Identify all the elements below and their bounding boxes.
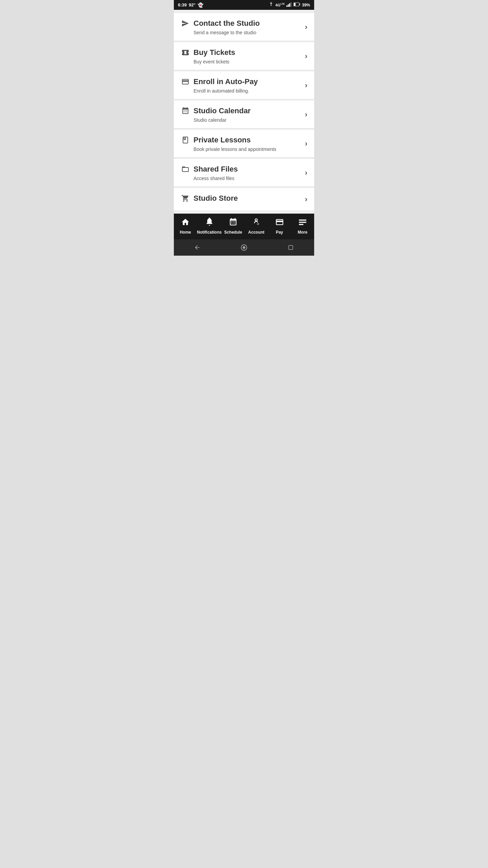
nav-more[interactable]: More bbox=[291, 216, 314, 236]
shared-files-subtitle: Access shared files bbox=[181, 176, 305, 181]
notifications-icon bbox=[205, 218, 214, 229]
recents-button[interactable] bbox=[286, 243, 296, 252]
account-icon bbox=[252, 218, 261, 229]
battery-percent: 39% bbox=[302, 3, 310, 7]
studio-store-title: Studio Store bbox=[181, 194, 305, 203]
wifi-icon bbox=[268, 2, 274, 8]
buy-tickets-subtitle: Buy event tickets bbox=[181, 59, 305, 64]
chevron-icon: › bbox=[305, 23, 307, 32]
svg-rect-5 bbox=[299, 4, 300, 5]
contact-studio-title: Contact the Studio bbox=[181, 19, 305, 28]
network-icon: 4GLTE bbox=[276, 3, 285, 7]
pay-icon bbox=[275, 218, 284, 229]
status-left: 6:39 92° 👻 bbox=[178, 2, 203, 8]
svg-rect-6 bbox=[294, 3, 296, 6]
studio-store-content: Studio Store bbox=[181, 194, 305, 205]
nav-notifications[interactable]: Notifications bbox=[197, 216, 222, 236]
svg-rect-8 bbox=[277, 222, 279, 223]
battery-icon bbox=[293, 2, 300, 7]
chevron-icon: › bbox=[305, 139, 307, 148]
studio-store-item[interactable]: Studio Store › bbox=[174, 188, 314, 210]
calendar-item[interactable]: Studio Calendar Studio calendar › bbox=[174, 100, 314, 129]
svg-rect-9 bbox=[299, 219, 306, 220]
chevron-icon: › bbox=[305, 52, 307, 61]
chevron-icon: › bbox=[305, 169, 307, 177]
schedule-label: Schedule bbox=[224, 230, 242, 235]
svg-rect-3 bbox=[290, 2, 291, 7]
folder-icon bbox=[181, 165, 190, 173]
main-content: Contact the Studio Send a message to the… bbox=[174, 10, 314, 214]
more-icon bbox=[298, 218, 307, 229]
notifications-label: Notifications bbox=[197, 230, 222, 235]
send-icon bbox=[181, 19, 190, 27]
time: 6:39 bbox=[178, 2, 187, 7]
shared-files-content: Shared Files Access shared files bbox=[181, 165, 305, 181]
pay-label: Pay bbox=[276, 230, 283, 235]
ticket-icon bbox=[181, 48, 190, 57]
contact-studio-content: Contact the Studio Send a message to the… bbox=[181, 19, 305, 35]
buy-tickets-item[interactable]: Buy Tickets Buy event tickets › bbox=[174, 42, 314, 70]
ghost-icon: 👻 bbox=[198, 2, 203, 8]
autopay-subtitle: Enroll in automated billing. bbox=[181, 88, 305, 94]
nav-account[interactable]: Account bbox=[245, 216, 268, 236]
svg-rect-2 bbox=[289, 3, 290, 7]
svg-rect-14 bbox=[289, 245, 293, 250]
calendar-icon bbox=[181, 107, 190, 115]
more-label: More bbox=[298, 230, 308, 235]
back-button[interactable] bbox=[192, 243, 202, 252]
lessons-content: Private Lessons Book private lessons and… bbox=[181, 136, 305, 152]
lessons-title: Private Lessons bbox=[181, 136, 305, 144]
android-nav-bar bbox=[174, 239, 314, 256]
contact-studio-item[interactable]: Contact the Studio Send a message to the… bbox=[174, 13, 314, 41]
temperature: 92° bbox=[189, 2, 196, 7]
svg-rect-0 bbox=[286, 5, 287, 7]
cart-icon bbox=[181, 194, 190, 202]
nav-home[interactable]: Home bbox=[174, 216, 197, 236]
chevron-icon: › bbox=[305, 81, 307, 90]
lessons-subtitle: Book private lessons and appointments bbox=[181, 146, 305, 152]
status-right: 4GLTE 39% bbox=[268, 2, 310, 8]
svg-rect-11 bbox=[299, 224, 303, 225]
buy-tickets-content: Buy Tickets Buy event tickets bbox=[181, 48, 305, 64]
account-label: Account bbox=[248, 230, 264, 235]
bottom-nav: Home Notifications Schedule Acco bbox=[174, 214, 314, 239]
credit-card-icon bbox=[181, 78, 190, 86]
nav-pay[interactable]: Pay bbox=[268, 216, 291, 236]
contact-studio-subtitle: Send a message to the studio bbox=[181, 30, 305, 35]
home-button[interactable] bbox=[239, 243, 249, 252]
autopay-item[interactable]: Enroll in Auto-Pay Enroll in automated b… bbox=[174, 71, 314, 99]
chevron-icon: › bbox=[305, 195, 307, 204]
schedule-icon bbox=[229, 218, 238, 229]
book-icon bbox=[181, 136, 190, 144]
home-label: Home bbox=[180, 230, 191, 235]
svg-rect-10 bbox=[299, 222, 306, 223]
nav-schedule[interactable]: Schedule bbox=[222, 216, 245, 236]
buy-tickets-title: Buy Tickets bbox=[181, 48, 305, 57]
calendar-title: Studio Calendar bbox=[181, 106, 305, 115]
svg-rect-1 bbox=[288, 4, 289, 7]
status-bar: 6:39 92° 👻 4GLTE bbox=[174, 0, 314, 10]
shared-files-item[interactable]: Shared Files Access shared files › bbox=[174, 158, 314, 187]
lessons-item[interactable]: Private Lessons Book private lessons and… bbox=[174, 129, 314, 158]
svg-point-13 bbox=[243, 246, 245, 249]
calendar-content: Studio Calendar Studio calendar bbox=[181, 106, 305, 123]
signal-icon bbox=[286, 2, 292, 8]
autopay-content: Enroll in Auto-Pay Enroll in automated b… bbox=[181, 77, 305, 94]
chevron-icon: › bbox=[305, 110, 307, 119]
shared-files-title: Shared Files bbox=[181, 165, 305, 174]
calendar-subtitle: Studio calendar bbox=[181, 117, 305, 123]
autopay-title: Enroll in Auto-Pay bbox=[181, 77, 305, 86]
home-icon bbox=[181, 218, 190, 229]
